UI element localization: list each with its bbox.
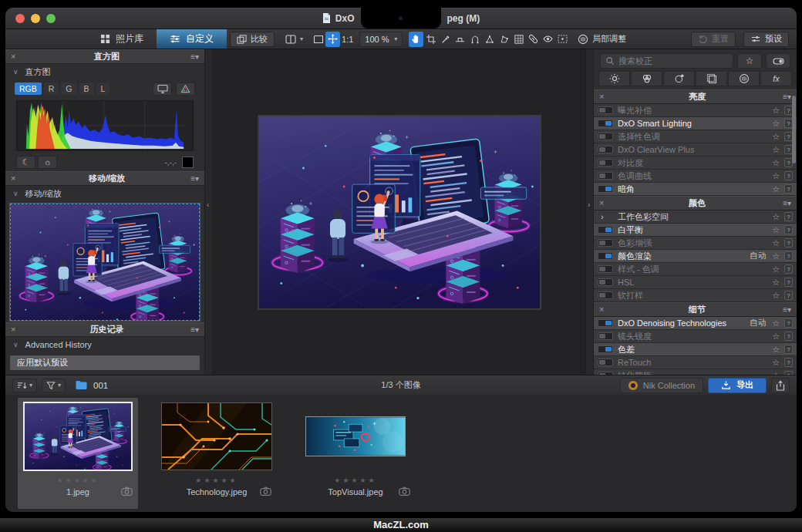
active-corrections-filter-button[interactable] <box>766 53 790 69</box>
histogram-group-row[interactable]: ∨ 直方图 <box>5 64 204 79</box>
star-icon[interactable]: ☆ <box>772 119 780 129</box>
crop-tool-button[interactable] <box>423 32 438 47</box>
channel-button-rgb[interactable]: RGB <box>15 82 42 95</box>
shadow-clipping-button[interactable]: ☾ <box>16 156 35 169</box>
highlight-clipping-button[interactable]: ☼ <box>38 156 57 169</box>
sort-button[interactable]: ▾ <box>12 379 37 392</box>
right-panel-scrollbar[interactable] <box>792 96 796 163</box>
correction-row[interactable]: 白平衡☆? <box>594 224 797 237</box>
current-folder[interactable]: 001 <box>75 380 108 390</box>
star-icon[interactable]: ☆ <box>772 238 780 248</box>
thumbnail-cell-2[interactable]: ★★★★★ Technology.jpeg <box>157 398 277 509</box>
correction-row[interactable]: 镜头锐度☆? <box>594 330 797 343</box>
close-icon[interactable]: × <box>11 325 23 334</box>
toggle-switch[interactable] <box>598 106 613 114</box>
presets-button[interactable]: 预设 <box>743 32 789 47</box>
star-icon[interactable]: ☆ <box>772 358 780 368</box>
star-icon[interactable]: ☆ <box>772 345 780 355</box>
zoom-window-button[interactable] <box>46 14 56 23</box>
titlebar[interactable]: DxO peg (M) <box>5 8 797 29</box>
star-icon[interactable]: ☆ <box>772 145 780 155</box>
category-local-button[interactable] <box>728 71 760 86</box>
toggle-switch[interactable] <box>598 265 613 273</box>
auto-mask-tool-button[interactable] <box>497 32 511 47</box>
menu-icon[interactable]: ≡▾ <box>783 305 791 314</box>
star-icon[interactable]: ☆ <box>772 264 780 274</box>
split-view-button[interactable]: ▾ <box>284 32 305 47</box>
reset-button[interactable]: 重置 <box>691 32 736 47</box>
color-space-icon[interactable] <box>176 82 195 96</box>
favorites-filter-button[interactable]: ☆ <box>737 53 762 69</box>
thumbnail-cell-3[interactable]: ★★★★★ TopVisual.jpeg <box>295 398 416 509</box>
help-icon[interactable]: ? <box>784 171 793 180</box>
ratio-1to1-button[interactable]: 1:1 <box>340 32 355 47</box>
correction-row[interactable]: ReTouch☆? <box>594 356 797 369</box>
correction-row[interactable]: 颜色渲染自动☆? <box>594 250 797 263</box>
white-balance-picker-button[interactable] <box>438 32 453 47</box>
move-tool-button[interactable] <box>325 32 340 47</box>
toggle-switch[interactable] <box>598 359 613 366</box>
share-button[interactable] <box>771 378 790 393</box>
toggle-switch[interactable] <box>598 226 613 234</box>
fit-screen-button[interactable] <box>311 32 325 47</box>
correction-row[interactable]: HSL☆? <box>594 276 797 289</box>
help-icon[interactable]: ? <box>784 184 793 194</box>
correction-row[interactable]: DxO ClearView Plus☆? <box>594 143 797 157</box>
camera-badge-icon[interactable] <box>399 487 410 496</box>
menu-icon[interactable]: ≡▾ <box>190 52 199 61</box>
toggle-switch[interactable] <box>598 133 613 140</box>
toggle-switch[interactable] <box>598 319 613 327</box>
close-icon[interactable]: × <box>11 174 23 183</box>
main-image[interactable] <box>258 115 541 310</box>
help-icon[interactable]: ? <box>784 278 793 287</box>
search-corrections-input[interactable] <box>618 56 728 66</box>
toggle-switch[interactable] <box>598 239 613 247</box>
rating-stars[interactable]: ★★★★★ <box>334 475 376 486</box>
help-icon[interactable]: ? <box>784 358 793 367</box>
toggle-switch[interactable] <box>598 345 613 353</box>
correction-row[interactable]: 色差☆? <box>594 343 797 356</box>
move-zoom-group-row[interactable]: ∨ 移动/缩放 <box>5 186 204 201</box>
compare-button[interactable]: 比较 <box>230 32 275 47</box>
repair-tool-button[interactable] <box>526 32 541 47</box>
close-icon[interactable]: × <box>11 52 23 61</box>
channel-button-r[interactable]: R <box>44 82 59 95</box>
chevron-right-icon[interactable]: › <box>598 212 613 221</box>
correction-row[interactable]: 色调曲线☆? <box>594 170 797 183</box>
thumbnail-image-3[interactable] <box>305 398 406 475</box>
thumbnail-cell-1[interactable]: ★★★★★ 1.jpeg <box>18 398 138 509</box>
horizon-tool-button[interactable] <box>453 32 467 47</box>
star-icon[interactable]: ☆ <box>772 318 780 328</box>
close-icon[interactable]: × <box>599 305 612 314</box>
toggle-switch[interactable] <box>598 278 613 286</box>
channel-button-l[interactable]: L <box>96 82 110 95</box>
channel-button-g[interactable]: G <box>61 82 76 95</box>
dust-tool-button[interactable] <box>555 32 570 47</box>
toggle-switch[interactable] <box>598 185 613 193</box>
right-panel-collapse-strip[interactable]: › <box>585 49 594 375</box>
close-icon[interactable]: × <box>599 199 612 207</box>
help-icon[interactable]: ? <box>784 345 793 354</box>
correction-row[interactable]: 曝光补偿☆? <box>594 104 797 117</box>
monitor-gamut-button[interactable] <box>153 82 172 96</box>
hand-tool-button[interactable] <box>409 32 423 47</box>
grid-tool-button[interactable] <box>511 32 526 47</box>
menu-icon[interactable]: ≡▾ <box>783 93 791 101</box>
rating-stars[interactable]: ★★★★★ <box>195 475 238 486</box>
category-color-button[interactable] <box>631 71 662 86</box>
correction-row[interactable]: 色彩增强☆? <box>594 237 797 250</box>
help-icon[interactable]: ? <box>784 212 793 221</box>
toggle-switch[interactable] <box>598 172 613 180</box>
history-group-row[interactable]: ∨ Advanced History <box>5 337 204 352</box>
help-icon[interactable]: ? <box>784 238 793 247</box>
camera-badge-icon[interactable] <box>121 487 133 496</box>
star-icon[interactable]: ☆ <box>772 251 780 261</box>
correction-row[interactable]: ›工作色彩空间☆? <box>594 210 797 224</box>
filter-button[interactable]: ▾ <box>42 379 66 392</box>
toggle-switch[interactable] <box>598 291 613 299</box>
close-window-button[interactable] <box>15 14 25 23</box>
star-icon[interactable]: ☆ <box>772 132 780 142</box>
tab-photo-library[interactable]: 照片库 <box>87 29 157 49</box>
export-button[interactable]: 导出 <box>708 378 767 393</box>
correction-row[interactable]: 选择性色调☆? <box>594 130 797 143</box>
